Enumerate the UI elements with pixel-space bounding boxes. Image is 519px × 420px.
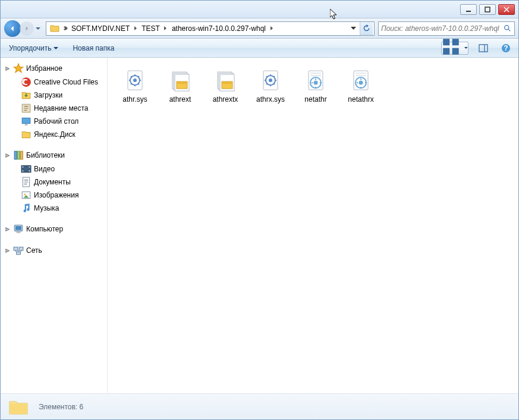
new-folder-button[interactable]: Новая папка xyxy=(69,42,118,54)
svg-rect-28 xyxy=(17,232,21,233)
video-icon xyxy=(21,164,32,174)
libraries-item[interactable]: Видео xyxy=(3,162,107,175)
svg-rect-21 xyxy=(29,167,30,168)
libraries-icon xyxy=(13,150,24,161)
breadcrumb-segment[interactable]: TEST xyxy=(139,22,162,35)
search-input[interactable] xyxy=(381,24,502,33)
file-name-label: athrext xyxy=(169,95,191,104)
file-item[interactable]: athrextx xyxy=(207,65,243,106)
svg-point-53 xyxy=(359,81,363,85)
preview-pane-button[interactable] xyxy=(476,42,491,55)
nav-item-label: Видео xyxy=(34,165,55,173)
file-item[interactable]: athrx.sys xyxy=(253,65,288,106)
breadcrumb-segment[interactable]: atheros-win7-10.0.0.297-whql xyxy=(169,22,268,35)
svg-point-2 xyxy=(504,26,508,30)
expand-icon xyxy=(4,226,11,233)
libraries-header[interactable]: Библиотеки xyxy=(3,148,107,162)
collapse-icon xyxy=(4,152,11,159)
close-button[interactable] xyxy=(498,4,515,15)
file-list-pane[interactable]: athr.sysathrextathrextxathrx.sysnetathrn… xyxy=(108,58,518,393)
recent-icon xyxy=(21,103,32,114)
search-box[interactable] xyxy=(378,21,515,36)
svg-rect-14 xyxy=(25,124,28,126)
svg-rect-1 xyxy=(485,7,490,12)
address-dropdown[interactable] xyxy=(348,26,358,31)
new-folder-label: Новая папка xyxy=(73,44,114,52)
svg-rect-30 xyxy=(19,247,23,250)
doc-icon xyxy=(21,177,32,187)
computer-header[interactable]: Компьютер xyxy=(3,222,107,236)
svg-rect-15 xyxy=(14,151,17,159)
folder-icon xyxy=(49,23,60,34)
maximize-button[interactable] xyxy=(479,4,496,15)
file-item[interactable]: athrext xyxy=(162,65,198,106)
favorites-item[interactable]: Загрузки xyxy=(3,89,107,102)
refresh-button[interactable] xyxy=(360,22,373,35)
view-mode-button[interactable] xyxy=(441,42,468,55)
favorites-item[interactable]: Creative Cloud Files xyxy=(3,76,107,89)
details-pane: Элементов: 6 xyxy=(1,393,518,419)
svg-point-34 xyxy=(133,79,137,82)
navigation-row: SOFT.MYDIV.NETTESTatheros-win7-10.0.0.29… xyxy=(1,18,518,39)
nav-item-label: Creative Cloud Files xyxy=(34,78,98,86)
libraries-item[interactable]: Изображения xyxy=(3,189,107,202)
svg-rect-19 xyxy=(22,167,23,168)
desktop-icon xyxy=(21,116,32,127)
history-dropdown[interactable] xyxy=(34,20,42,37)
file-item[interactable]: athr.sys xyxy=(117,65,153,106)
forward-button[interactable] xyxy=(20,21,34,36)
favorites-item[interactable]: Рабочий стол xyxy=(3,115,107,128)
nav-item-label: Документы xyxy=(34,178,71,186)
svg-point-47 xyxy=(269,79,272,82)
nav-item-label: Недавние места xyxy=(34,104,88,112)
nav-item-label: Загрузки xyxy=(34,91,62,99)
libraries-item[interactable]: Музыка xyxy=(3,202,107,215)
file-item[interactable]: netathrx xyxy=(343,65,379,106)
computer-label: Компьютер xyxy=(26,225,63,233)
file-name-label: athr.sys xyxy=(122,95,147,104)
svg-rect-31 xyxy=(17,252,21,255)
file-type-icon xyxy=(213,68,238,93)
svg-rect-39 xyxy=(177,82,187,84)
search-icon[interactable] xyxy=(502,24,512,32)
network-header[interactable]: Сеть xyxy=(3,243,107,258)
file-name-label: athrextx xyxy=(213,95,238,104)
navigation-pane: Избранное Creative Cloud FilesЗагрузкиНе… xyxy=(1,58,108,393)
help-button[interactable]: ? xyxy=(498,42,514,55)
downloads-icon xyxy=(21,90,32,101)
command-toolbar: Упорядочить Новая папка ? xyxy=(1,39,518,58)
svg-rect-5 xyxy=(443,48,449,55)
breadcrumb-separator[interactable] xyxy=(268,26,275,30)
file-type-icon xyxy=(258,68,283,93)
organize-menu[interactable]: Упорядочить xyxy=(5,42,62,54)
svg-rect-27 xyxy=(15,226,21,230)
breadcrumb-separator[interactable] xyxy=(132,26,139,30)
svg-rect-20 xyxy=(22,170,23,171)
cc-icon xyxy=(21,77,32,87)
expand-icon xyxy=(4,247,11,254)
svg-rect-7 xyxy=(479,45,487,52)
music-icon xyxy=(21,203,32,214)
svg-rect-17 xyxy=(20,151,23,159)
libraries-item[interactable]: Документы xyxy=(3,175,107,189)
svg-point-11 xyxy=(21,77,31,87)
minimize-button[interactable] xyxy=(460,4,477,15)
file-item[interactable]: netathr xyxy=(298,65,334,106)
nav-item-label: Рабочий стол xyxy=(34,117,78,126)
network-label: Сеть xyxy=(26,246,42,255)
nav-item-label: Яндекс.Диск xyxy=(34,130,76,139)
back-button[interactable] xyxy=(4,20,21,37)
breadcrumb-segment[interactable]: SOFT.MYDIV.NET xyxy=(69,22,132,35)
address-bar[interactable]: SOFT.MYDIV.NETTESTatheros-win7-10.0.0.29… xyxy=(46,21,375,36)
svg-point-50 xyxy=(314,81,318,85)
file-type-icon xyxy=(168,68,193,93)
star-icon xyxy=(13,63,24,74)
breadcrumb-root-sep[interactable] xyxy=(62,26,69,30)
collapse-icon xyxy=(4,65,11,72)
favorites-header[interactable]: Избранное xyxy=(3,61,107,76)
file-name-label: netathrx xyxy=(348,95,373,104)
breadcrumb-separator[interactable] xyxy=(162,26,169,30)
favorites-item[interactable]: Недавние места xyxy=(3,102,107,115)
favorites-item[interactable]: Яндекс.Диск xyxy=(3,128,107,141)
folder-large-icon xyxy=(8,396,29,418)
